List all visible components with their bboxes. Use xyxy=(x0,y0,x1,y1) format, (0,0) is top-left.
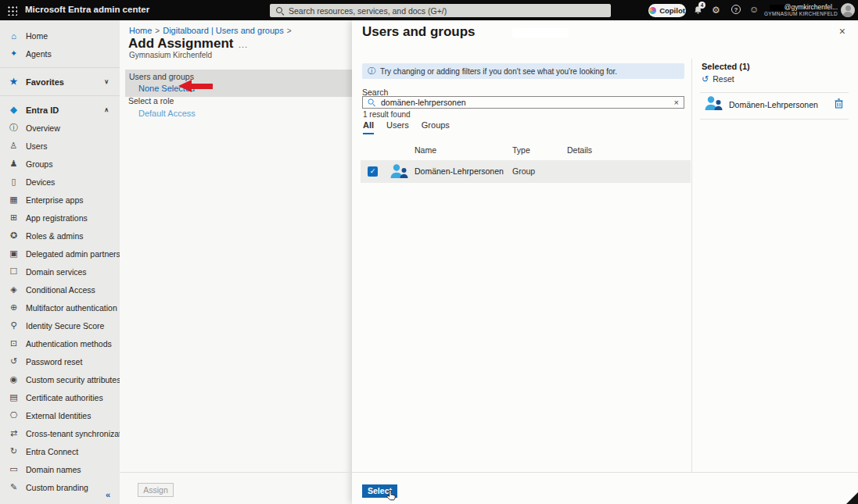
row-checkbox-checked[interactable]: ✓ xyxy=(368,166,378,177)
home-icon: ⌂ xyxy=(8,31,20,41)
domain-names-icon: ▭ xyxy=(8,464,20,474)
selected-divider xyxy=(700,119,849,120)
devices-icon: ▯ xyxy=(8,177,20,187)
sidebar-item-devices[interactable]: ▯Devices xyxy=(0,173,120,191)
info-banner: ⓘ Try changing or adding filters if you … xyxy=(362,63,684,79)
sidebar-divider xyxy=(0,67,120,68)
row-name: Domänen-Lehrpersonen xyxy=(415,166,504,176)
tab-users[interactable]: Users xyxy=(386,120,409,134)
notification-badge: 4 xyxy=(698,2,705,9)
agents-icon: ✦ xyxy=(8,48,20,59)
multifactor-authentication-icon: ⊕ xyxy=(8,302,20,313)
sidebar-item-roles-admins[interactable]: ✪Roles & admins xyxy=(0,227,120,245)
tab-all[interactable]: All xyxy=(363,120,374,134)
trash-icon[interactable] xyxy=(835,98,843,109)
reset-label: Reset xyxy=(713,74,734,84)
more-options-icon[interactable]: ... xyxy=(239,40,248,49)
group-icon xyxy=(389,163,409,180)
feedback-icon[interactable]: ☺ xyxy=(749,5,759,15)
sidebar-item-delegated-admin-partners[interactable]: ▣Delegated admin partners xyxy=(0,245,120,263)
row-type: Group xyxy=(512,166,535,176)
settings-gear-icon[interactable]: ⚙ xyxy=(712,5,720,16)
clear-search-icon[interactable]: × xyxy=(674,98,679,106)
panel-search-input[interactable]: domänen-lehrpersonen × xyxy=(362,96,684,109)
tab-groups[interactable]: Groups xyxy=(422,120,450,134)
sidebar-item-multifactor-authentication[interactable]: ⊕Multifactor authentication xyxy=(0,298,120,316)
avatar[interactable] xyxy=(841,3,855,17)
sidebar-item-entra-connect[interactable]: ↻Entra Connect xyxy=(0,442,120,460)
result-count: 1 result found xyxy=(363,110,411,119)
sidebar-item-authentication-methods[interactable]: ⊡Authentication methods xyxy=(0,334,120,352)
breadcrumb-home[interactable]: Home xyxy=(129,26,152,35)
sidebar-item-custom-security-attributes[interactable]: ◉Custom security attributes xyxy=(0,370,120,388)
copilot-button[interactable]: Copilot xyxy=(648,4,686,17)
chevron-up-icon: ∧ xyxy=(104,106,109,113)
sidebar-item-custom-branding[interactable]: ✎Custom branding xyxy=(0,478,120,496)
sidebar-item-app-registrations[interactable]: ⊞App registrations xyxy=(0,209,120,227)
selected-divider xyxy=(700,92,849,93)
panel-redaction xyxy=(512,28,569,38)
sidebar-item-external-identities[interactable]: ⎔External Identities xyxy=(0,406,120,424)
cross-tenant-synchronization-icon: ⇄ xyxy=(8,428,20,438)
copilot-label: Copilot xyxy=(659,6,685,15)
portal-title[interactable]: Microsoft Entra admin center xyxy=(25,5,149,14)
certificate-authorities-icon: ▤ xyxy=(8,392,20,402)
breadcrumb: Home>Digitalboard | Users and groups> xyxy=(129,26,295,35)
star-icon: ★ xyxy=(8,77,20,87)
sidebar-item-enterprise-apps[interactable]: ▦Enterprise apps xyxy=(0,191,120,209)
sidebar-item-certificate-authorities[interactable]: ▤Certificate authorities xyxy=(0,388,120,406)
overview-icon: ⓘ xyxy=(8,122,20,134)
account-menu[interactable]: @gymkirchenfel... GYMNASIUM KIRCHENFELD xyxy=(764,3,838,17)
sidebar-item-overview[interactable]: ⓘOverview xyxy=(0,119,120,137)
app-launcher-icon[interactable] xyxy=(7,5,17,16)
sidebar-item-password-reset[interactable]: ↺Password reset xyxy=(0,352,120,370)
sidebar-nav: ⌂ Home ✦ Agents ★ Favorites ∨ ◆ Entra ID… xyxy=(0,20,120,504)
sidebar-item-agents[interactable]: ✦ Agents xyxy=(0,45,120,63)
entra-id-icon: ◆ xyxy=(8,105,20,115)
conditional-access-icon: ◈ xyxy=(8,284,20,295)
assign-button[interactable]: Assign xyxy=(138,483,174,497)
search-icon xyxy=(368,99,375,106)
entra-admin-center: Microsoft Entra admin center Search reso… xyxy=(0,0,858,504)
password-reset-icon: ↺ xyxy=(8,356,20,366)
roles-admins-icon: ✪ xyxy=(8,231,20,241)
table-row[interactable]: ✓ Domänen-Lehrpersonen Group xyxy=(361,160,691,183)
search-value: domänen-lehrpersonen xyxy=(381,98,669,107)
sidebar-item-favorites[interactable]: ★ Favorites ∨ xyxy=(0,73,120,91)
role-value-link[interactable]: Default Access xyxy=(138,109,196,118)
sidebar-item-groups[interactable]: ♟Groups xyxy=(0,155,120,173)
breadcrumb-digitalboard[interactable]: Digitalboard | Users and groups xyxy=(163,26,284,35)
app-registrations-icon: ⊞ xyxy=(8,213,20,223)
sidebar-item-domain-services[interactable]: ☐Domain services xyxy=(0,263,120,281)
topbar: Microsoft Entra admin center Search reso… xyxy=(0,0,858,20)
users-groups-panel: Users and groups × ⓘ Try changing or add… xyxy=(352,20,858,504)
sidebar-item-identity-secure-score[interactable]: ⚲Identity Secure Score xyxy=(0,316,120,334)
sidebar-item-domain-names[interactable]: ▭Domain names xyxy=(0,460,120,478)
sidebar-item-users[interactable]: ♙Users xyxy=(0,137,120,155)
groups-icon: ♟ xyxy=(8,159,20,169)
global-search-input[interactable]: Search resources, services, and docs (G+… xyxy=(270,4,611,17)
notifications-bell-icon[interactable]: 4 xyxy=(693,5,703,18)
table-header: Name Type Details xyxy=(361,145,691,158)
help-icon[interactable]: ? xyxy=(731,5,741,14)
sidebar-item-home[interactable]: ⌂ Home xyxy=(0,27,120,45)
sidebar-collapse-icon[interactable]: « xyxy=(106,490,110,499)
account-name: @gymkirchenfel... xyxy=(764,3,838,11)
group-icon xyxy=(703,95,723,112)
selected-title: Selected (1) xyxy=(702,62,750,71)
global-search-placeholder: Search resources, services, and docs (G+… xyxy=(289,6,447,16)
sidebar-divider xyxy=(0,95,120,96)
reset-icon: ↺ xyxy=(702,75,709,84)
sidebar-item-entra-id[interactable]: ◆ Entra ID ∧ xyxy=(0,101,120,119)
sidebar-item-cross-tenant-synchronization[interactable]: ⇄Cross-tenant synchronization xyxy=(0,424,120,442)
page-subtitle: Gymnasium Kirchenfeld xyxy=(129,51,212,59)
selected-item-name: Domänen-Lehrpersonen xyxy=(729,100,818,109)
reset-button[interactable]: ↺ Reset xyxy=(702,74,734,84)
column-details: Details xyxy=(567,145,592,155)
close-icon[interactable]: × xyxy=(839,26,845,37)
column-type: Type xyxy=(512,145,530,155)
custom-security-attributes-icon: ◉ xyxy=(8,374,20,384)
info-icon: ⓘ xyxy=(368,66,375,77)
sidebar-item-conditional-access[interactable]: ◈Conditional Access xyxy=(0,281,120,298)
page-title: Add Assignment xyxy=(128,36,233,52)
